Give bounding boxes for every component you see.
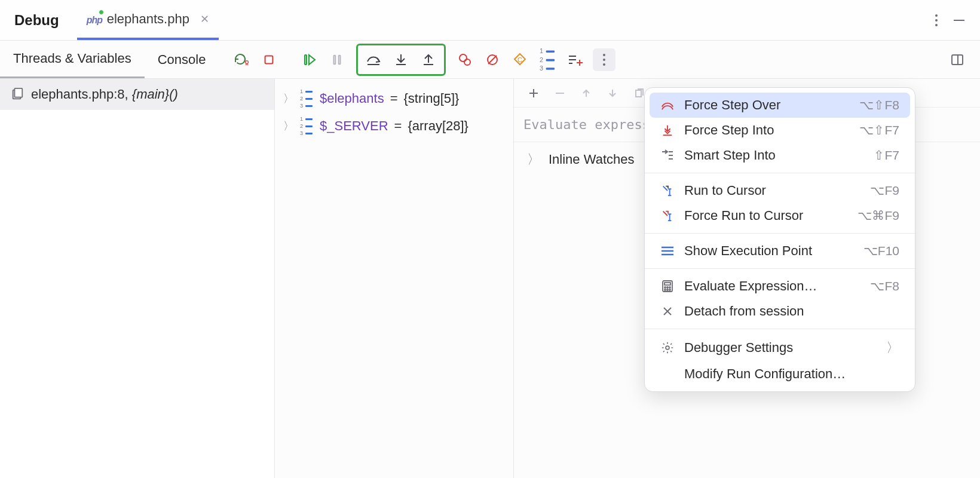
svg-point-54	[664, 287, 666, 288]
svg-point-58	[667, 289, 668, 290]
svg-rect-53	[664, 283, 670, 285]
menu-separator	[645, 268, 915, 269]
chevron-right-icon[interactable]: 〉	[283, 119, 294, 133]
resume-button[interactable]	[298, 48, 321, 72]
tab-threads-variables[interactable]: Threads & Variables	[0, 41, 145, 78]
svg-point-24	[603, 54, 605, 56]
tab-filename: elephants.php	[107, 11, 189, 27]
svg-rect-6	[305, 55, 307, 65]
svg-point-2	[935, 24, 938, 26]
svg-rect-7	[334, 55, 336, 64]
close-icon	[659, 305, 676, 317]
menu-item-smart-step-into[interactable]: Smart Step Into ⇧F7	[650, 143, 910, 168]
frame-function: {main}()	[132, 87, 178, 102]
svg-point-59	[669, 289, 670, 290]
svg-rect-36	[636, 90, 641, 97]
active-file-tab[interactable]: php elephants.php ✕	[77, 0, 219, 40]
tab-console[interactable]: Console	[145, 41, 219, 78]
tool-window-options-button[interactable]	[935, 14, 938, 27]
variable-name: $elephants	[320, 91, 384, 106]
add-watch-button[interactable]	[522, 82, 545, 105]
frame-row[interactable]: elephants.php:8, {main}()	[0, 79, 274, 110]
more-actions-button[interactable]	[593, 48, 615, 71]
menu-item-run-to-cursor[interactable]: Run to Cursor ⌥F9	[650, 178, 910, 203]
menu-item-debugger-settings[interactable]: Debugger Settings 〉	[650, 334, 910, 361]
svg-point-1	[935, 19, 938, 22]
move-down-button[interactable]	[601, 82, 624, 105]
svg-text:C: C	[517, 56, 522, 63]
svg-point-62	[666, 346, 669, 350]
menu-separator	[645, 173, 915, 173]
variable-row[interactable]: 〉 1 2 3 $elephants = {string[5]}	[275, 85, 513, 112]
frames-pane: elephants.php:8, {main}()	[0, 79, 275, 478]
force-run-to-cursor-icon	[659, 209, 676, 222]
svg-point-4	[245, 60, 248, 63]
step-out-button[interactable]	[416, 48, 440, 72]
tool-window-title: Debug	[14, 12, 59, 29]
force-step-into-icon	[659, 124, 676, 137]
more-actions-menu: Force Step Over ⌥⇧F8 Force Step Into ⌥⇧F…	[644, 87, 915, 392]
array-icon: 1 2 3	[300, 116, 313, 136]
svg-point-57	[664, 289, 666, 290]
svg-point-55	[667, 287, 668, 288]
gear-icon	[659, 341, 676, 354]
array-icon: 1 2 3	[300, 88, 313, 109]
step-buttons-highlight	[356, 44, 446, 76]
svg-rect-5	[265, 56, 273, 63]
chevron-right-icon[interactable]: 〉	[283, 91, 294, 106]
svg-line-17	[488, 56, 497, 64]
menu-item-force-step-over[interactable]: Force Step Over ⌥⇧F8	[650, 93, 910, 118]
calculator-icon	[659, 280, 676, 293]
remove-watch-button[interactable]	[549, 82, 571, 105]
menu-item-evaluate-expression[interactable]: Evaluate Expression… ⌥F8	[650, 274, 910, 299]
move-up-button[interactable]	[575, 82, 598, 105]
svg-rect-3	[954, 20, 964, 21]
menu-item-modify-run-config[interactable]: Modify Run Configuration…	[650, 361, 910, 387]
variable-row[interactable]: 〉 1 2 3 $_SERVER = {array[28]}	[275, 112, 513, 140]
variable-value: {array[28]}	[408, 118, 468, 134]
mute-breakpoints-button[interactable]	[480, 48, 504, 72]
svg-point-56	[669, 287, 670, 288]
variable-name: $_SERVER	[320, 118, 388, 134]
show-execution-point-icon	[659, 246, 676, 256]
copyright-icon[interactable]: C	[508, 48, 532, 72]
frame-location: elephants.php:8,	[31, 87, 132, 102]
menu-item-show-execution-point[interactable]: Show Execution Point ⌥F10	[650, 238, 910, 263]
layout-settings-button[interactable]	[945, 48, 969, 72]
view-breakpoints-button[interactable]	[453, 48, 477, 72]
menu-item-force-run-to-cursor[interactable]: Force Run to Cursor ⌥⌘F9	[650, 203, 910, 228]
smart-step-into-icon	[659, 149, 676, 161]
svg-point-15	[464, 59, 470, 65]
chevron-right-icon[interactable]: 〉	[527, 151, 540, 168]
step-over-button[interactable]	[362, 48, 385, 72]
svg-point-14	[460, 54, 467, 62]
inline-watches-label: Inline Watches	[549, 152, 634, 167]
menu-separator	[645, 329, 915, 329]
close-tab-button[interactable]: ✕	[200, 13, 209, 26]
step-into-button[interactable]	[389, 48, 413, 72]
run-to-cursor-icon	[659, 184, 676, 197]
menu-item-force-step-into[interactable]: Force Step Into ⌥⇧F7	[650, 118, 910, 143]
svg-rect-8	[339, 55, 341, 64]
rerun-button[interactable]	[229, 48, 253, 72]
frame-file-icon	[11, 88, 24, 101]
add-watch-icon[interactable]	[563, 48, 587, 72]
svg-point-0	[935, 14, 938, 17]
titlebar: Debug php elephants.php ✕	[0, 0, 980, 41]
menu-separator	[645, 233, 915, 234]
debug-toolbar: Threads & Variables Console	[0, 41, 980, 79]
php-file-icon: php	[87, 12, 102, 26]
menu-item-detach[interactable]: Detach from session	[650, 299, 910, 324]
variables-pane: 〉 1 2 3 $elephants = {string[5]} 〉 1 2 3…	[275, 79, 514, 478]
svg-rect-30	[14, 88, 22, 97]
variable-value: {string[5]}	[404, 91, 460, 106]
svg-point-26	[603, 63, 605, 66]
pause-button[interactable]	[325, 48, 349, 72]
variables-list-icon[interactable]: 1 2 3	[535, 48, 559, 72]
stop-button[interactable]	[257, 48, 281, 72]
chevron-right-icon: 〉	[886, 339, 899, 357]
force-step-over-icon	[659, 99, 676, 111]
svg-point-25	[603, 59, 605, 61]
minimize-button[interactable]	[953, 14, 966, 27]
